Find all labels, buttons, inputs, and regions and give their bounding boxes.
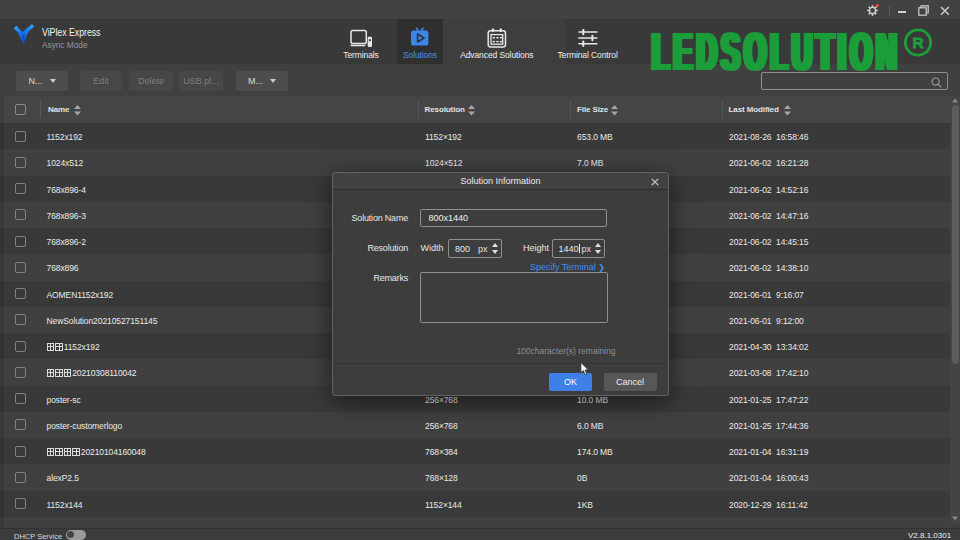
svg-text:R: R — [912, 34, 923, 51]
